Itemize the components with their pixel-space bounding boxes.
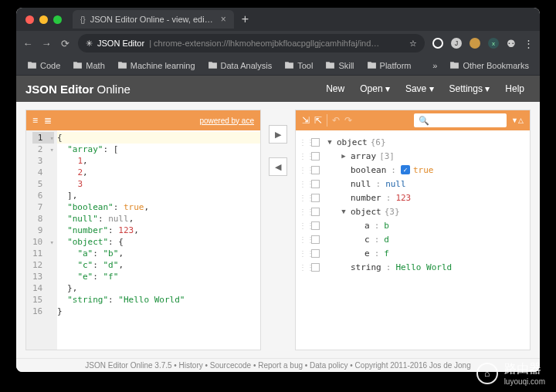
tree-row[interactable]: ⋮⋮▶array [3] <box>299 149 527 163</box>
bookmark-folder[interactable]: Data Analysis <box>203 60 277 70</box>
minimize-dot[interactable] <box>39 15 48 24</box>
other-bookmarks[interactable]: Other Bookmarks <box>445 60 534 70</box>
tree-row[interactable]: ⋮⋮number:123 <box>299 191 527 204</box>
tree-key[interactable]: object <box>337 137 368 147</box>
back-button[interactable]: ← <box>22 38 33 49</box>
profile-icon[interactable]: ⚉ <box>507 38 516 49</box>
bool-checkbox[interactable]: ✓ <box>401 165 410 174</box>
drag-handle-icon[interactable]: ⋮⋮ <box>299 249 308 258</box>
action-menu-icon[interactable] <box>311 194 320 202</box>
menu-help[interactable]: Help <box>499 80 531 97</box>
caret-icon[interactable]: ▼ <box>326 138 334 146</box>
tree-row[interactable]: ⋮⋮a:b <box>299 218 527 232</box>
tree-value[interactable]: null <box>385 179 406 189</box>
tree-value[interactable]: true <box>413 165 434 175</box>
caret-icon[interactable]: ▼ <box>340 208 348 215</box>
tree-value[interactable]: f <box>384 248 389 259</box>
close-dot[interactable] <box>25 15 34 24</box>
bookmark-folder[interactable]: Code <box>22 60 65 70</box>
tree-key[interactable]: boolean <box>351 165 386 175</box>
window-controls <box>25 15 62 24</box>
action-menu-icon[interactable] <box>311 235 320 244</box>
menu-save[interactable]: Save ▾ <box>399 80 440 97</box>
browser-tab[interactable]: {} JSON Editor Online - view, edi… × <box>73 10 234 29</box>
drag-handle-icon[interactable]: ⋮⋮ <box>299 263 308 272</box>
tree-value[interactable]: b <box>384 221 389 231</box>
tree-key[interactable]: array <box>351 151 376 161</box>
code-editor[interactable]: 1 ▾2 ▾3 4 5 6 7 8 9 10 ▾11 12 13 14 15 1… <box>26 130 260 350</box>
tree-key[interactable]: string <box>351 262 381 272</box>
format-icon[interactable]: ≡ <box>32 115 38 126</box>
overflow-icon[interactable]: » <box>432 61 437 70</box>
bookmark-folder[interactable]: Skill <box>320 60 358 70</box>
tree-key[interactable]: number <box>351 193 381 203</box>
ext-icon-4[interactable]: x <box>488 38 499 49</box>
drag-handle-icon[interactable]: ⋮⋮ <box>299 138 308 147</box>
new-tab-button[interactable]: + <box>242 12 249 26</box>
tree-panel: ⇲ ⇱ ↶ ↷ 🔍 ▼△ ⋮⋮▼object {6}⋮⋮▶array [3]⋮⋮… <box>295 110 531 350</box>
tree-key[interactable]: a <box>364 221 370 231</box>
action-menu-icon[interactable] <box>311 180 320 188</box>
action-menu-icon[interactable] <box>311 221 320 230</box>
action-menu-icon[interactable] <box>311 152 320 161</box>
search-input[interactable]: 🔍 <box>414 113 507 127</box>
ext-icon-1[interactable] <box>432 38 443 49</box>
drag-handle-icon[interactable]: ⋮⋮ <box>299 208 308 216</box>
drag-handle-icon[interactable]: ⋮⋮ <box>299 180 308 188</box>
tree-key[interactable]: object <box>351 207 381 217</box>
caret-icon[interactable]: ▶ <box>340 152 348 160</box>
ext-icon-3[interactable] <box>470 38 480 49</box>
forward-button[interactable]: → <box>41 38 52 49</box>
action-menu-icon[interactable] <box>311 138 320 147</box>
menu-settings[interactable]: Settings ▾ <box>443 80 497 97</box>
tree-view[interactable]: ⋮⋮▼object {6}⋮⋮▶array [3]⋮⋮boolean:✓ tru… <box>296 130 530 350</box>
drag-handle-icon[interactable]: ⋮⋮ <box>299 194 308 202</box>
copy-right-button[interactable]: ▶ <box>269 125 287 144</box>
drag-handle-icon[interactable]: ⋮⋮ <box>299 221 308 230</box>
tree-key[interactable]: null <box>351 179 371 189</box>
tree-row[interactable]: ⋮⋮▼object {3} <box>299 204 527 218</box>
menu-new[interactable]: New <box>320 80 351 97</box>
tree-row[interactable]: ⋮⋮c:d <box>299 232 527 246</box>
redo-icon[interactable]: ↷ <box>344 115 352 126</box>
action-menu-icon[interactable] <box>311 263 320 272</box>
drag-handle-icon[interactable]: ⋮⋮ <box>299 235 308 244</box>
tree-row[interactable]: ⋮⋮e:f <box>299 246 527 260</box>
tree-key[interactable]: e <box>364 248 370 259</box>
menu-icon[interactable]: ⋮ <box>524 38 534 49</box>
bookmark-folder[interactable]: Tool <box>280 60 317 70</box>
reload-button[interactable]: ⟳ <box>59 38 70 49</box>
drag-handle-icon[interactable]: ⋮⋮ <box>299 152 308 161</box>
powered-by-link[interactable]: powered by ace <box>199 117 254 125</box>
bookmark-star-icon[interactable]: ☆ <box>409 39 417 49</box>
undo-icon[interactable]: ↶ <box>332 115 340 126</box>
tree-row[interactable]: ⋮⋮null:null <box>299 177 527 191</box>
expand-all-icon[interactable]: ⇲ <box>302 115 310 126</box>
tree-value[interactable]: Hello World <box>395 262 452 272</box>
action-menu-icon[interactable] <box>311 249 320 258</box>
sort-caret-icon[interactable]: ▼△ <box>511 117 524 124</box>
collapse-all-icon[interactable]: ⇱ <box>314 115 322 126</box>
tree-key[interactable]: c <box>364 235 370 245</box>
tree-row[interactable]: ⋮⋮string:Hello World <box>299 260 527 274</box>
code-lines[interactable]: { "array": [ 1, 2, 3 ], "boolean": true,… <box>57 130 260 350</box>
bookmark-folder[interactable]: Math <box>68 60 109 70</box>
bookmark-folder[interactable]: Platform <box>362 60 416 70</box>
tree-row[interactable]: ⋮⋮▼object {6} <box>299 135 527 149</box>
action-menu-icon[interactable] <box>311 166 320 174</box>
copy-left-button[interactable]: ◀ <box>269 157 287 176</box>
menu-open[interactable]: Open ▾ <box>354 80 396 97</box>
tree-value[interactable]: d <box>384 235 389 245</box>
url-field[interactable]: ✳ JSON Editor | chrome-extension://lhkmo… <box>78 34 425 52</box>
bookmark-folder[interactable]: Machine learning <box>113 60 200 70</box>
ext-icon-2[interactable]: J <box>451 38 462 49</box>
action-menu-icon[interactable] <box>311 208 320 216</box>
compact-icon[interactable]: ≣ <box>44 115 52 126</box>
tree-value[interactable]: 123 <box>395 193 411 203</box>
drag-handle-icon[interactable]: ⋮⋮ <box>299 166 308 174</box>
close-tab-icon[interactable]: × <box>221 14 226 25</box>
zoom-dot[interactable] <box>53 15 62 24</box>
transfer-buttons: ▶ ◀ <box>269 110 287 350</box>
tree-row[interactable]: ⋮⋮boolean:✓ true <box>299 163 527 177</box>
router-icon: ⌂ <box>476 363 498 384</box>
